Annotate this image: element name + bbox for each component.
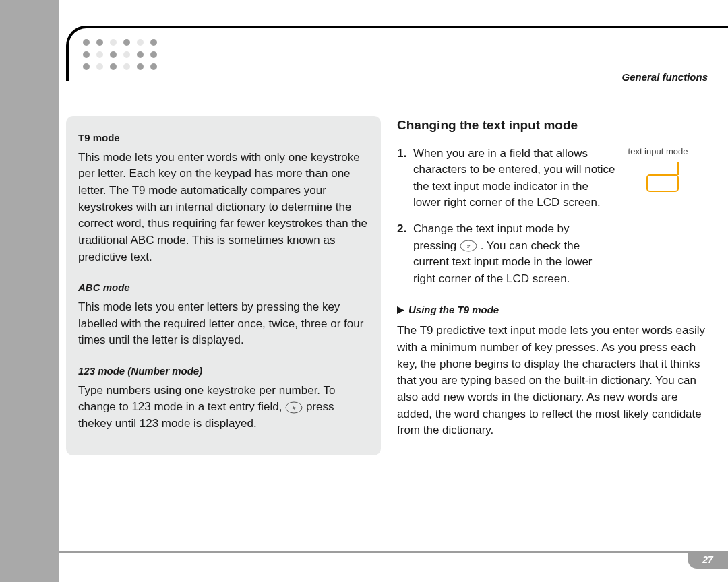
left-sidebar [0,0,59,582]
step-2: 2. Change the text input mode by pressin… [397,221,712,288]
modes-box: T9 mode This mode lets you enter words w… [66,116,381,455]
page: General functions T9 mode This mode lets… [59,0,728,582]
footer-rule [59,551,728,553]
page-number: 27 [688,551,728,569]
content-area: T9 mode This mode lets you enter words w… [59,116,728,542]
num-mode-body: Type numbers using one keystroke per num… [78,383,367,432]
step-1-num: 1. [397,146,409,212]
footer: 27 [59,551,728,569]
step-2-body: Change the text input mode by pressing #… [413,221,615,288]
left-column: T9 mode This mode lets you enter words w… [66,116,381,542]
triangle-icon [397,303,404,318]
svg-text:#: # [293,405,296,411]
num-mode-title: 123 mode (Number mode) [78,364,367,379]
right-column: Changing the text input mode 1. When you… [397,116,712,542]
svg-marker-6 [397,306,404,314]
step-2-num: 2. [397,221,409,288]
decorative-dots [80,36,160,73]
text-input-mode-icon [631,162,685,195]
t9-mode-title: T9 mode [78,131,367,146]
hash-key-icon: # [285,401,303,414]
steps-with-callout: 1. When you are in a field that allows c… [397,146,712,288]
t9-mode-body: This mode lets you enter words with only… [78,150,367,265]
hash-key-icon: # [460,240,477,252]
section-header: General functions [621,71,708,83]
using-t9-heading: Using the T9 mode [397,302,712,318]
svg-text:#: # [467,243,471,249]
step-1-body: When you are in a field that allows char… [413,146,615,212]
header-rule [59,88,728,88]
abc-mode-body: This mode lets you enter letters by pres… [78,299,367,349]
text-input-mode-callout: text input mode [617,146,698,196]
callout-label: text input mode [617,146,698,158]
abc-mode-title: ABC mode [78,280,367,295]
using-t9-heading-text: Using the T9 mode [408,304,499,315]
t9-paragraph: The T9 predictive text input mode lets y… [397,323,712,439]
svg-rect-5 [647,175,678,191]
right-heading: Changing the text input mode [397,116,712,135]
